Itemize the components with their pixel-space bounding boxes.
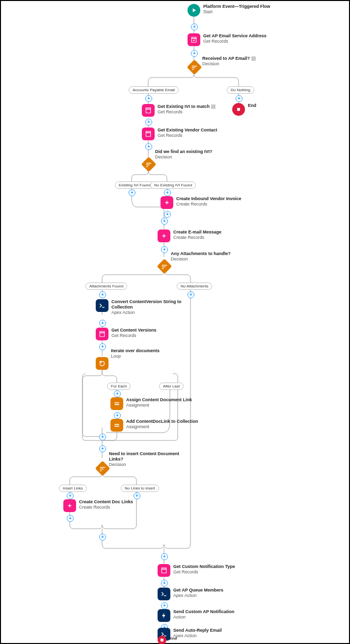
branch-pill-no-links[interactable]: No Links to insert	[121, 485, 159, 492]
add-button[interactable]: +	[236, 95, 242, 102]
loop-node[interactable]	[96, 357, 108, 370]
add-button[interactable]: +	[99, 434, 106, 440]
get-notif-type-node[interactable]: Get Custom Notification TypeGet Records	[158, 564, 235, 577]
end-node-top[interactable]: End	[232, 103, 256, 116]
assignment-icon	[110, 397, 123, 410]
play-icon	[188, 4, 200, 17]
get-ap-email-node[interactable]: Get AP Email Service AddressGet Records	[188, 33, 267, 46]
add-button[interactable]: +	[114, 390, 121, 397]
create-records-icon	[158, 230, 170, 242]
note-icon	[251, 56, 256, 61]
assign-cdl-node[interactable]: Assign Content Document LinkAssignment	[110, 397, 192, 410]
node-title: Get AP Email Service Address	[203, 33, 267, 39]
add-button[interactable]: +	[99, 445, 106, 452]
flow-canvas: Platform Event—Triggered FlowStart + Get…	[0, 0, 350, 644]
start-sub: Start	[203, 9, 270, 15]
add-button[interactable]: +	[145, 119, 152, 126]
decision-ivi[interactable]	[142, 158, 155, 171]
convert-cv-node[interactable]: Convert ContentVersion String to Collect…	[96, 299, 190, 315]
add-button[interactable]: +	[134, 492, 140, 499]
action-icon	[158, 609, 170, 622]
create-records-icon	[63, 499, 76, 512]
loop-icon	[96, 357, 108, 370]
add-button[interactable]: +	[114, 412, 121, 419]
decision-attachments[interactable]	[158, 260, 171, 273]
connectors	[1, 1, 349, 643]
end-node-bottom[interactable]: End	[158, 636, 177, 644]
decision-links-label: Need to insert Content Document Links?De…	[109, 451, 188, 467]
start-title: Platform Event—Triggered Flow	[203, 4, 270, 9]
add-button[interactable]: +	[99, 291, 106, 298]
branch-pill-existing-ivi[interactable]: Existing IVI Found	[115, 181, 155, 189]
decision-icon	[141, 156, 156, 172]
decision-icon	[187, 59, 202, 75]
branch-pill-insert-links[interactable]: Insert Links	[59, 485, 87, 492]
decision-ap-label: Received to AP Email? Decision	[202, 56, 256, 67]
add-button[interactable]: +	[188, 291, 194, 298]
get-records-icon	[158, 564, 170, 577]
add-button[interactable]: +	[129, 189, 135, 196]
assignment-icon	[110, 419, 123, 432]
stop-icon	[158, 636, 166, 644]
add-button[interactable]: +	[161, 553, 168, 560]
get-ivi-node[interactable]: Get Existing IVI to matchGet Records	[142, 104, 215, 117]
get-records-icon	[188, 33, 200, 46]
svg-rect-0	[237, 108, 240, 111]
create-email-node[interactable]: Create E-mail MessageCreate Records	[158, 230, 221, 242]
decision-icon	[95, 461, 110, 476]
get-records-icon	[142, 128, 155, 140]
decision-ivi-label: Did we find an existing IVI?Decision	[155, 149, 213, 160]
stop-icon	[232, 103, 245, 116]
add-button[interactable]: +	[145, 143, 152, 150]
decision-icon	[157, 258, 172, 274]
add-button[interactable]: +	[67, 515, 74, 522]
get-records-icon	[142, 104, 155, 117]
add-button[interactable]: +	[67, 492, 74, 499]
note-icon	[211, 104, 215, 109]
get-queue-node[interactable]: Get AP Queue MembersApex Action	[158, 588, 223, 600]
start-node[interactable]: Platform Event—Triggered FlowStart	[188, 4, 270, 17]
svg-rect-1	[161, 639, 163, 642]
add-button[interactable]: +	[191, 50, 198, 57]
loop-label: Iterate over documentsLoop	[111, 348, 160, 359]
get-cv-node[interactable]: Get Content VersionsGet Records	[96, 328, 157, 340]
branch-pill-no-ivi[interactable]: No Existing IVI Found	[150, 181, 196, 189]
add-button[interactable]: +	[99, 343, 106, 350]
create-ivi-node[interactable]: Create Inbound Vendor InvoiceCreate Reco…	[161, 196, 242, 209]
create-links-node[interactable]: Create Content Doc LinksCreate Records	[63, 499, 133, 512]
branch-pill-for-each[interactable]: For Each	[107, 383, 131, 390]
decision-att-label: Any Attachments to handle?Decision	[171, 251, 231, 262]
branch-pill-after-last[interactable]: After Last	[159, 383, 184, 390]
add-button[interactable]: +	[161, 246, 168, 253]
add-button[interactable]: +	[99, 534, 106, 541]
branch-pill-ap-email[interactable]: Accounts Payable Email	[129, 86, 179, 94]
add-cdl-collection-node[interactable]: Add ContentDocLink to CollectionAssignme…	[110, 419, 198, 432]
branch-pill-att-found[interactable]: Attachments Found	[85, 283, 127, 290]
add-button[interactable]: +	[161, 580, 168, 587]
create-records-icon	[161, 196, 173, 209]
branch-pill-do-nothing[interactable]: Do Nothing	[227, 86, 254, 94]
send-notif-node[interactable]: Send Custom AP NotificationAction	[158, 609, 235, 622]
node-sub: Get Records	[203, 39, 267, 44]
get-vendor-node[interactable]: Get Existing Vendor ContactGet Records	[142, 128, 217, 140]
apex-icon	[96, 299, 108, 312]
apex-icon	[158, 588, 170, 600]
get-records-icon	[96, 328, 108, 340]
add-button[interactable]: +	[161, 602, 168, 609]
decision-links[interactable]	[96, 462, 109, 475]
add-button[interactable]: +	[164, 211, 171, 218]
add-button[interactable]: +	[164, 189, 171, 196]
add-button[interactable]: +	[161, 218, 168, 225]
decision-ap-email[interactable]	[188, 61, 201, 74]
branch-pill-no-att[interactable]: No Attachments	[177, 283, 212, 290]
add-button[interactable]: +	[99, 320, 106, 327]
add-button[interactable]: +	[191, 24, 198, 30]
add-button[interactable]: +	[145, 95, 152, 102]
